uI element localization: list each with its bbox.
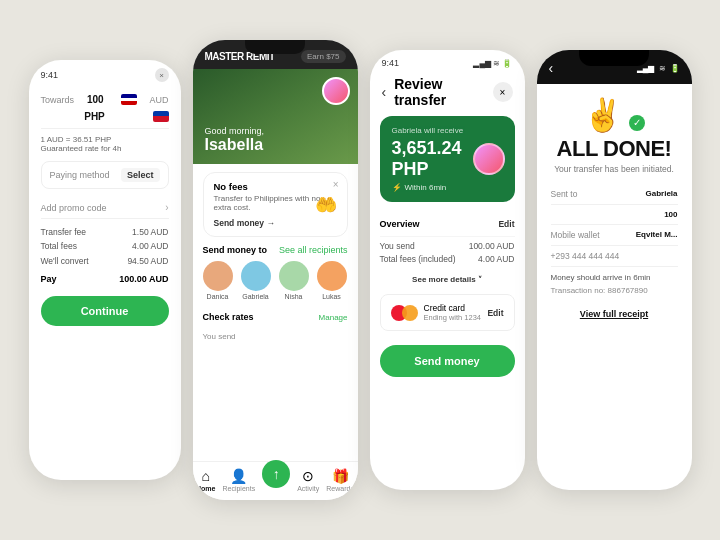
payment-method-row[interactable]: Paying method Select — [41, 161, 169, 189]
done-illustration: ✌️ ✓ — [551, 96, 678, 134]
rate-info: 1 AUD = 36.51 PHP Guaranteed rate for 4h — [41, 135, 169, 153]
you-send-value: 100.00 AUD — [469, 241, 515, 251]
amount-row-4: 100 — [551, 205, 678, 225]
recipients-list: Danica Gabriela Nisha Lukas — [203, 261, 348, 300]
select-button[interactable]: Select — [121, 168, 160, 182]
continue-button[interactable]: Continue — [41, 296, 169, 326]
initiated-text: Your transfer has been initiated. — [551, 164, 678, 174]
rates-label: Check rates — [203, 312, 254, 322]
see-all-link[interactable]: See all recipients — [279, 245, 348, 255]
total-fees-label-3: Total fees (included) — [380, 254, 456, 264]
recipient-gabriela[interactable]: Gabriela — [241, 261, 271, 300]
phone-screen-4: ‹ ▂▄▆ ≋ 🔋 ✌️ ✓ ALL DONE! Your transfer h… — [537, 50, 692, 490]
hero-banner: Good morning, Isabella — [193, 69, 358, 164]
sent-to-row: Sent to Gabriela — [551, 184, 678, 205]
nav-home[interactable]: ⌂ Home — [196, 468, 215, 492]
php-flag — [153, 111, 169, 122]
all-done-content: ✌️ ✓ ALL DONE! Your transfer has been in… — [537, 84, 692, 490]
phone4-notch — [579, 50, 649, 66]
amount-value-4: 100 — [664, 210, 677, 219]
greeting-label: Good morning, — [205, 126, 265, 136]
payment-edit-button[interactable]: Edit — [487, 308, 503, 318]
user-name: Isabella — [205, 136, 265, 154]
recipient-name-gabriela: Gabriela — [241, 293, 271, 300]
transfer-time: ⚡ Within 6min — [392, 183, 503, 192]
status-bar-1: 9:41 × — [29, 60, 181, 86]
rewards-icon: 🎁 — [326, 468, 354, 484]
hand-icon: 🤲 — [315, 194, 337, 216]
no-fees-close-icon[interactable]: × — [333, 179, 339, 190]
nav-recipients[interactable]: 👤 Recipients — [222, 468, 255, 492]
recipient-lukas[interactable]: Lukas — [317, 261, 347, 300]
divider-1 — [41, 128, 169, 129]
rate-note: Guaranteed rate for 4h — [41, 144, 169, 153]
you-send-label: You send — [380, 241, 415, 251]
overview-section: Overview Edit You send 100.00 AUD Total … — [370, 212, 525, 288]
total-fees-row: Total fees 4.00 AUD — [41, 239, 169, 253]
overview-edit-button[interactable]: Edit — [498, 219, 514, 229]
send-money-link[interactable]: Send money → — [214, 218, 337, 228]
back-button-4[interactable]: ‹ — [549, 60, 554, 76]
currency-to-row: PHP — [41, 111, 169, 122]
view-receipt-link[interactable]: View full receipt — [551, 305, 678, 323]
wifi-icon: ≋ — [659, 64, 666, 73]
recipients-section: Send money to See all recipients Danica … — [193, 245, 358, 306]
transaction-number: Transaction no: 886767890 — [551, 286, 678, 295]
transfer-fee-row: Transfer fee 1.50 AUD — [41, 225, 169, 239]
promo-label: Add promo code — [41, 203, 107, 213]
promo-row[interactable]: Add promo code › — [41, 197, 169, 219]
review-header: ‹ Review transfer × — [370, 72, 525, 116]
earn-badge[interactable]: Earn $75 — [301, 50, 345, 63]
see-more-details[interactable]: See more details ˅ — [380, 271, 515, 288]
home-icon: ⌂ — [196, 468, 215, 484]
payment-method-row: Credit card Ending with 1234 Edit — [380, 294, 515, 331]
nav-home-label: Home — [196, 485, 215, 492]
close-button-1[interactable]: × — [155, 68, 169, 82]
aud-flag — [121, 94, 137, 105]
nav-send[interactable]: ↑ — [262, 468, 290, 492]
send-money-button[interactable]: Send money — [380, 345, 515, 377]
no-fees-title: No fees — [214, 181, 337, 192]
overview-label: Overview — [380, 219, 420, 229]
convert-label: We'll convert — [41, 254, 89, 268]
total-fees-row: Total fees (included) 4.00 AUD — [380, 254, 515, 264]
hero-text: Good morning, Isabella — [205, 126, 265, 154]
recipient-avatar-danica — [203, 261, 233, 291]
recipient-nisha[interactable]: Nisha — [279, 261, 309, 300]
recipient-name-nisha: Nisha — [279, 293, 309, 300]
manage-link[interactable]: Manage — [319, 313, 348, 322]
back-button-3[interactable]: ‹ — [382, 84, 387, 100]
status-time-1: 9:41 — [41, 70, 59, 80]
phone1-content: Towards 100 AUD PHP 1 AUD = 36.51 PHP Gu… — [29, 86, 181, 480]
you-send-label: You send — [193, 328, 358, 341]
towards-value: 100 — [87, 94, 104, 105]
txn-label: Transaction no: — [551, 286, 606, 295]
phone-number-row: +293 444 444 444 — [551, 246, 678, 267]
recipients-header: Send money to See all recipients — [203, 245, 348, 255]
phone-screen-2: MASTER REMIT Earn $75 Good morning, Isab… — [193, 40, 358, 500]
recipients-title: Send money to — [203, 245, 268, 255]
recipient-name-danica: Danica — [203, 293, 233, 300]
status-time-3: 9:41 — [382, 58, 400, 68]
nav-activity[interactable]: ⊙ Activity — [297, 468, 319, 492]
currency-to-value: PHP — [84, 111, 105, 122]
page-title-3: Review transfer — [394, 76, 492, 108]
avatar — [322, 77, 350, 105]
rate-label: 1 AUD = 36.51 PHP — [41, 135, 169, 144]
currency-from: AUD — [149, 95, 168, 105]
payment-type-label: Credit card — [424, 303, 482, 313]
nav-rewards[interactable]: 🎁 Rewards — [326, 468, 354, 492]
victory-hand-icon: ✌️ — [583, 97, 623, 133]
lightning-icon: ⚡ — [392, 183, 402, 192]
mc-circle-right — [402, 305, 418, 321]
bottom-nav: ⌂ Home 👤 Recipients ↑ ⊙ Activity 🎁 Rewar… — [193, 461, 358, 500]
recipient-danica[interactable]: Danica — [203, 261, 233, 300]
close-button-3[interactable]: × — [493, 82, 513, 102]
status-bar-3: 9:41 ▂▄▆ ≋ 🔋 — [370, 50, 525, 72]
card-info: Credit card Ending with 1234 — [391, 303, 482, 322]
convert-row: We'll convert 94.50 AUD — [41, 254, 169, 268]
recipients-icon: 👤 — [222, 468, 255, 484]
overview-row: Overview Edit — [380, 212, 515, 237]
chevron-right-icon: › — [165, 202, 168, 213]
txn-value: 886767890 — [608, 286, 648, 295]
